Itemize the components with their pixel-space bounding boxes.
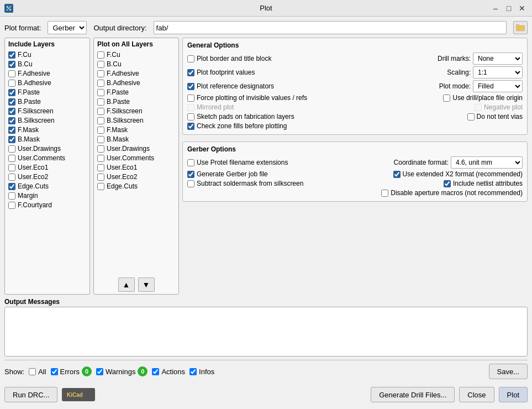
plot-all-layer-checkbox-12[interactable] [97, 164, 104, 171]
include-layer-checkbox-6[interactable] [8, 108, 15, 115]
coord-format-label: Coordinate format: [394, 159, 449, 166]
plot-all-layer-checkbox-14[interactable] [97, 183, 104, 190]
include-layer-label: Margin [18, 192, 38, 200]
include-netlist-checkbox[interactable] [444, 180, 451, 187]
mirrored-plot-checkbox[interactable] [187, 104, 194, 111]
negative-plot-checkbox[interactable] [475, 104, 482, 111]
drill-marks-select[interactable]: None Small Actual size [473, 53, 523, 65]
include-layer-checkbox-2[interactable] [8, 70, 15, 77]
include-layer-checkbox-11[interactable] [8, 155, 15, 162]
include-layer-checkbox-15[interactable] [8, 192, 15, 200]
force-invisible-option: Force plotting of invisible values / ref… [187, 94, 307, 102]
maximize-button[interactable]: □ [503, 3, 514, 14]
plot-border-label: Plot border and title block [197, 55, 271, 62]
do-not-tent-checkbox[interactable] [467, 113, 475, 120]
plot-all-layer-label: User.Drawings [107, 145, 150, 153]
include-layer-checkbox-7[interactable] [8, 117, 15, 124]
scaling-select[interactable]: 1:1 1:2 2:1 [473, 66, 523, 78]
include-layer-checkbox-16[interactable] [8, 202, 15, 209]
use-drill-origin-checkbox[interactable] [443, 95, 450, 102]
plot-all-layer-checkbox-13[interactable] [97, 174, 104, 181]
plot-mode-select[interactable]: Filled Sketch [473, 80, 523, 92]
plot-all-title: Plot on All Layers [96, 40, 176, 48]
move-up-button[interactable]: ▲ [118, 277, 135, 292]
folder-button[interactable] [513, 21, 528, 34]
plot-all-layer-checkbox-3[interactable] [97, 80, 104, 87]
generate-job-checkbox[interactable] [187, 171, 194, 178]
coord-format-select[interactable]: 4.5, unit mm 4.6, unit mm 4.5, unit inch [451, 156, 523, 169]
include-layer-checkbox-10[interactable] [8, 145, 15, 153]
sketch-pads-option: Sketch pads on fabrication layers [187, 113, 294, 120]
plot-footprint-checkbox[interactable] [187, 69, 194, 76]
use-extended-x2-checkbox[interactable] [393, 171, 401, 178]
include-layer-checkbox-8[interactable] [8, 127, 15, 134]
include-layer-checkbox-1[interactable] [8, 61, 15, 68]
actions-checkbox[interactable] [152, 368, 159, 375]
plot-all-layer-item: Edge.Cuts [96, 182, 176, 191]
plot-all-layer-label: User.Eco2 [107, 173, 137, 181]
include-layer-checkbox-9[interactable] [8, 136, 15, 143]
titlebar-controls: – □ ✕ [490, 3, 528, 14]
generate-job-option: Generate Gerber job file [187, 170, 268, 178]
save-button[interactable]: Save... [489, 364, 528, 379]
plot-all-layer-checkbox-0[interactable] [97, 51, 104, 59]
bottom-buttons: Save... [489, 364, 528, 379]
force-invisible-checkbox[interactable] [187, 95, 194, 102]
plot-all-layer-checkbox-2[interactable] [97, 70, 104, 77]
plot-all-layer-checkbox-6[interactable] [97, 108, 104, 115]
output-dir-input[interactable] [154, 21, 507, 34]
include-layer-label: F.Paste [18, 88, 40, 96]
plot-reference-checkbox[interactable] [187, 83, 194, 90]
run-drc-button[interactable]: Run DRC... [4, 387, 57, 402]
plot-all-layer-label: User.Eco1 [107, 164, 137, 171]
include-layer-checkbox-4[interactable] [8, 89, 15, 96]
minimize-button[interactable]: – [490, 3, 501, 14]
plot-all-layer-checkbox-1[interactable] [97, 61, 104, 68]
include-netlist-option: Include netlist attributes [444, 180, 523, 187]
all-checkbox[interactable] [29, 368, 36, 375]
plot-all-layer-checkbox-8[interactable] [97, 127, 104, 134]
check-zone-checkbox[interactable] [187, 123, 194, 130]
infos-checkbox[interactable] [189, 368, 197, 375]
include-layer-checkbox-0[interactable] [8, 51, 15, 59]
plot-button[interactable]: Plot [499, 387, 528, 402]
plot-border-checkbox[interactable] [187, 55, 194, 62]
warnings-checkbox[interactable] [96, 368, 103, 375]
plot-all-layer-checkbox-5[interactable] [97, 98, 104, 106]
use-extended-x2-option: Use extended X2 format (recommended) [393, 170, 523, 178]
include-layer-item: F.Silkscreen [7, 107, 87, 116]
plot-mode-label: Plot mode: [439, 82, 471, 90]
errors-checkbox[interactable] [51, 368, 58, 375]
include-layer-item: User.Drawings [7, 144, 87, 153]
disable-aperture-checkbox[interactable] [381, 190, 388, 197]
negative-plot-label: Negative plot [484, 103, 523, 111]
include-layer-checkbox-3[interactable] [8, 80, 15, 87]
include-layer-checkbox-14[interactable] [8, 183, 15, 190]
mirrored-plot-option: Mirrored plot [187, 103, 234, 111]
subtract-soldermask-option: Subtract soldermask from silkscreen [187, 180, 303, 187]
move-down-button[interactable]: ▼ [138, 277, 155, 292]
subtract-soldermask-checkbox[interactable] [187, 180, 194, 187]
plot-all-layer-item: F.Paste [96, 88, 176, 97]
plot-all-layer-checkbox-10[interactable] [97, 145, 104, 153]
include-layer-checkbox-13[interactable] [8, 174, 15, 181]
close-button[interactable]: ✕ [517, 3, 528, 14]
mirrored-plot-label: Mirrored plot [197, 103, 234, 111]
plot-all-layer-label: F.Adhesive [107, 70, 139, 77]
sketch-pads-checkbox[interactable] [187, 113, 194, 120]
plot-format-select[interactable]: Gerber [48, 21, 87, 34]
plot-all-layer-checkbox-9[interactable] [97, 136, 104, 143]
top-row: Plot format: Gerber Output directory: [4, 21, 528, 34]
plot-all-layer-checkbox-7[interactable] [97, 117, 104, 124]
close-button[interactable]: Close [459, 387, 494, 402]
plot-all-layer-checkbox-4[interactable] [97, 89, 104, 96]
use-protel-checkbox[interactable] [187, 159, 194, 166]
generate-drill-button[interactable]: Generate Drill Files... [371, 387, 455, 402]
plot-all-layer-item: B.Adhesive [96, 78, 176, 87]
include-layer-item: B.Cu [7, 60, 87, 69]
include-layer-checkbox-5[interactable] [8, 98, 15, 106]
footer-row: Run DRC... KiCad Generate Drill Files...… [4, 385, 528, 405]
include-layer-checkbox-12[interactable] [8, 164, 15, 171]
include-layer-item: B.Silkscreen [7, 116, 87, 125]
plot-all-layer-checkbox-11[interactable] [97, 155, 104, 162]
